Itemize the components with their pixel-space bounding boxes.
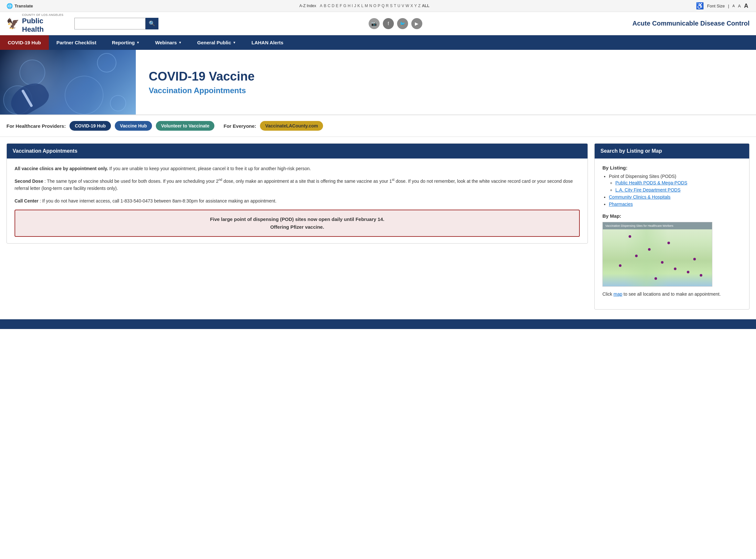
az-v[interactable]: V <box>402 4 404 8</box>
az-u[interactable]: U <box>397 4 400 8</box>
acdc-title: Acute Communicable Disease Control <box>633 20 750 27</box>
logo-area: 🦅 COUNTY OF LOS ANGELES Public Health 🔍 <box>6 15 158 32</box>
map-link[interactable]: map <box>613 291 622 297</box>
pharmacies-link[interactable]: Pharmacies <box>609 202 633 207</box>
map-caption: Click map to see all locations and to ma… <box>602 291 741 298</box>
az-k[interactable]: K <box>357 4 360 8</box>
map-caption-post: to see all locations and to make an appo… <box>622 291 720 297</box>
font-size-control: ♿ Font Size | A A A <box>696 2 750 10</box>
nav-reporting[interactable]: Reporting ▼ <box>104 35 147 50</box>
map-thumbnail[interactable]: Vaccination Dispensing Sites for Healthc… <box>602 222 712 287</box>
superscript-nd: nd <box>219 178 222 181</box>
map-dot-1 <box>628 235 631 238</box>
font-size-large-button[interactable]: A <box>744 3 748 9</box>
vaccination-appointments-panel: Vaccination Appointments All vaccine cli… <box>6 143 588 244</box>
az-y[interactable]: Y <box>414 4 417 8</box>
pods-sublist: Public Health PODS & Mega-PODS L.A. City… <box>615 180 741 193</box>
font-size-separator: | <box>728 4 729 8</box>
az-d[interactable]: D <box>332 4 335 8</box>
az-l[interactable]: L <box>361 4 363 8</box>
az-z[interactable]: Z <box>418 4 420 8</box>
logo-ph-text: Public Health <box>22 17 65 34</box>
general-public-dropdown-icon: ▼ <box>233 41 236 44</box>
public-health-pods-link[interactable]: Public Health PODS & Mega-PODS <box>615 180 687 185</box>
para2: Second Dose : The same type of vaccine s… <box>15 177 580 192</box>
font-size-label: Font Size <box>707 4 725 8</box>
az-w[interactable]: W <box>406 4 409 8</box>
az-t[interactable]: T <box>394 4 396 8</box>
nav-covid-hub[interactable]: COVID-19 Hub <box>0 35 49 50</box>
az-index-label: A-Z Index <box>299 4 316 8</box>
az-n[interactable]: N <box>369 4 372 8</box>
az-index: A-Z Index A B C D E F G H I J K L M N O … <box>299 4 429 8</box>
az-x[interactable]: X <box>410 4 413 8</box>
pods-item: Point of Dispensing Sites (PODS) Public … <box>609 174 741 193</box>
nav-webinars[interactable]: Webinars ▼ <box>147 35 189 50</box>
nav-bar: COVID-19 Hub Partner Checklist Reporting… <box>0 35 756 50</box>
search-button[interactable]: 🔍 <box>145 18 158 29</box>
covid19-hub-button[interactable]: COVID-19 Hub <box>70 121 111 131</box>
az-j[interactable]: J <box>354 4 356 8</box>
by-map-label: By Map: <box>602 213 741 219</box>
az-all[interactable]: ALL <box>422 4 429 8</box>
facebook-icon[interactable]: f <box>383 18 394 29</box>
az-q[interactable]: Q <box>382 4 385 8</box>
az-c[interactable]: C <box>327 4 330 8</box>
az-r[interactable]: R <box>386 4 389 8</box>
translate-link[interactable]: 🌐 Translate <box>6 3 33 9</box>
az-i[interactable]: I <box>352 4 353 8</box>
community-clinics-link[interactable]: Community Clinics & Hospitals <box>609 195 671 200</box>
map-dot-3 <box>635 254 638 257</box>
az-m[interactable]: M <box>365 4 368 8</box>
az-o[interactable]: O <box>373 4 376 8</box>
vaccine-hub-button[interactable]: Vaccine Hub <box>115 121 152 131</box>
map-dot-5 <box>674 268 677 270</box>
top-bar: 🌐 Translate A-Z Index A B C D E F G H I … <box>0 0 756 12</box>
twitter-icon[interactable]: 🐦 <box>397 18 408 29</box>
listing-list: Point of Dispensing Sites (PODS) Public … <box>609 174 741 207</box>
nav-general-public[interactable]: General Public ▼ <box>189 35 244 50</box>
az-b[interactable]: B <box>324 4 326 8</box>
pharmacies-item: Pharmacies <box>609 202 741 207</box>
hero-image <box>0 50 136 114</box>
map-dot-2 <box>648 248 650 251</box>
logo-text: COUNTY OF LOS ANGELES Public Health <box>22 13 65 34</box>
left-panel-body: All vaccine clinics are by appointment o… <box>7 158 588 243</box>
search-input[interactable] <box>74 18 145 29</box>
youtube-icon[interactable]: ▶ <box>411 18 422 29</box>
nav-lahan-alerts[interactable]: LAHAN Alerts <box>244 35 291 50</box>
para1: All vaccine clinics are by appointment o… <box>15 165 580 172</box>
search-listing-map-panel: Search by Listing or Map By Listing: Poi… <box>594 143 750 310</box>
main-content: Vaccination Appointments All vaccine cli… <box>0 137 756 316</box>
for-everyone-label: For Everyone: <box>224 123 256 129</box>
public-health-pods-item: Public Health PODS & Mega-PODS <box>615 180 741 185</box>
az-f[interactable]: F <box>340 4 342 8</box>
para1-rest: If you are unable to keep your appointme… <box>109 166 311 171</box>
instagram-icon[interactable]: 📷 <box>369 18 380 29</box>
volunteer-vaccinate-button[interactable]: Volunteer to Vaccinate <box>156 121 214 131</box>
pods-label: Point of Dispensing Sites (PODS) <box>609 174 677 179</box>
font-size-small-button[interactable]: A <box>732 4 735 8</box>
vaccinate-la-button[interactable]: VaccinateLACounty.com <box>260 121 323 131</box>
webinars-dropdown-icon: ▼ <box>179 41 182 44</box>
az-p[interactable]: P <box>378 4 380 8</box>
translate-label: Translate <box>15 4 33 8</box>
community-clinics-item: Community Clinics & Hospitals <box>609 195 741 200</box>
para3: Call Center : If you do not have interne… <box>15 197 580 204</box>
logo[interactable]: 🦅 COUNTY OF LOS ANGELES Public Health <box>6 15 65 32</box>
map-dot-8 <box>619 264 621 267</box>
az-e[interactable]: E <box>336 4 338 8</box>
para2-mid: dose, only make an appointment at a site… <box>222 179 392 184</box>
font-size-medium-button[interactable]: A <box>738 4 741 8</box>
az-h[interactable]: H <box>348 4 350 8</box>
az-g[interactable]: G <box>343 4 346 8</box>
hero-title: COVID-19 Vaccine <box>149 70 743 84</box>
para3-rest: : If you do not have internet access, ca… <box>40 198 276 203</box>
logo-bird-icon: 🦅 <box>6 18 19 30</box>
left-panel-header: Vaccination Appointments <box>7 143 588 158</box>
az-a[interactable]: A <box>320 4 322 8</box>
la-city-fire-pods-link[interactable]: L.A. City Fire Department PODS <box>615 187 681 193</box>
az-s[interactable]: S <box>390 4 393 8</box>
nav-partner-checklist[interactable]: Partner Checklist <box>49 35 104 50</box>
map-dot-7 <box>700 274 702 276</box>
